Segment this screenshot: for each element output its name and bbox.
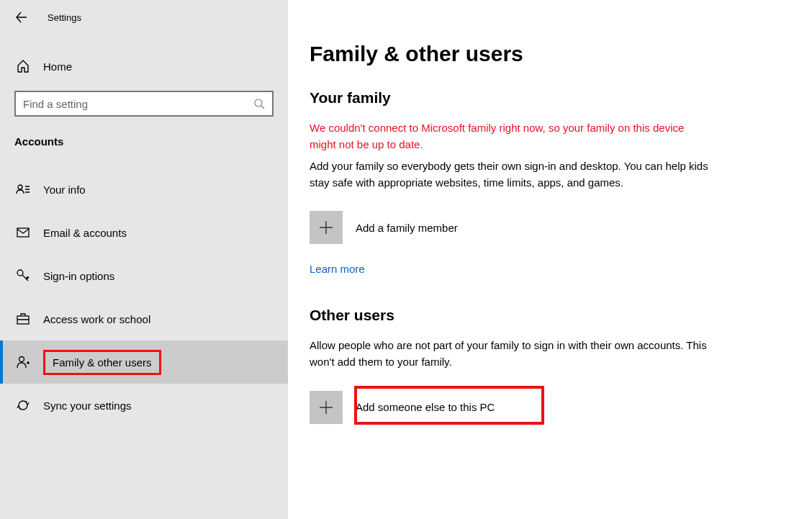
add-someone-else-label: Add someone else to this PC [356, 401, 495, 413]
page-title: Family & other users [310, 42, 790, 66]
nav-label: Family & other users [43, 350, 161, 375]
sidebar-item-signin-options[interactable]: Sign-in options [0, 254, 288, 297]
category-label: Accounts [0, 117, 288, 155]
add-family-label: Add a family member [356, 222, 458, 234]
svg-point-1 [18, 185, 22, 189]
other-users-description: Allow people who are not part of your fa… [310, 337, 713, 371]
sidebar: Settings Home Accounts Your info Email &… [0, 0, 288, 519]
nav-label: Access work or school [43, 313, 150, 325]
search-input[interactable] [23, 98, 253, 110]
add-family-member-button[interactable]: Add a family member [310, 211, 790, 244]
home-label: Home [43, 60, 72, 73]
svg-point-5 [19, 357, 24, 362]
home-icon [16, 59, 30, 73]
search-box[interactable] [14, 91, 274, 117]
sidebar-item-email-accounts[interactable]: Email & accounts [0, 211, 288, 254]
family-description: Add your family so everybody gets their … [310, 158, 713, 191]
user-card-icon [16, 182, 30, 197]
sidebar-item-sync-settings[interactable]: Sync your settings [0, 384, 288, 427]
family-warning-text: We couldn't connect to Microsoft family … [310, 119, 713, 153]
main-content: Family & other users Your family We coul… [288, 0, 812, 519]
nav-items: Your info Email & accounts Sign-in optio… [0, 168, 288, 427]
svg-rect-2 [17, 228, 29, 237]
nav-label: Sync your settings [43, 400, 132, 412]
sidebar-header: Settings [0, 0, 288, 35]
search-icon [253, 98, 265, 109]
family-section-title: Your family [310, 89, 790, 107]
nav-label: Email & accounts [43, 227, 127, 239]
briefcase-icon [16, 312, 30, 326]
sidebar-item-access-work[interactable]: Access work or school [0, 297, 288, 340]
other-users-section-title: Other users [310, 307, 790, 324]
user-plus-icon [16, 355, 30, 369]
add-someone-else-button[interactable]: Add someone else to this PC [310, 391, 790, 424]
back-arrow-icon[interactable] [16, 12, 27, 23]
learn-more-link[interactable]: Learn more [310, 263, 365, 275]
svg-point-3 [17, 270, 23, 276]
sidebar-item-your-info[interactable]: Your info [0, 168, 288, 211]
home-nav-item[interactable]: Home [0, 49, 288, 84]
nav-label: Sign-in options [43, 270, 114, 282]
sidebar-item-family-other-users[interactable]: Family & other users [0, 340, 288, 384]
key-icon [16, 268, 30, 283]
plus-icon [310, 391, 343, 424]
mail-icon [16, 225, 30, 240]
nav-label: Your info [43, 184, 86, 196]
sync-icon [16, 398, 30, 412]
svg-point-0 [255, 99, 262, 107]
app-title: Settings [48, 12, 81, 23]
plus-icon [310, 211, 343, 244]
